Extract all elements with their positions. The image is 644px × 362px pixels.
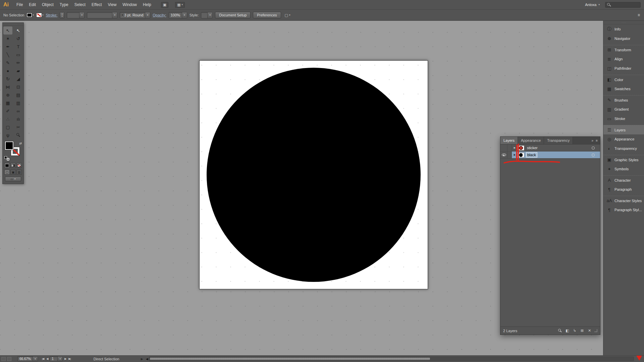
- artboard-tool[interactable]: ▢: [3, 123, 13, 131]
- chevron-down-icon[interactable]: ▾: [182, 12, 187, 18]
- dock-item-gradient[interactable]: ▥ Gradient: [603, 105, 644, 114]
- opacity-panel-link[interactable]: Opacity:: [153, 13, 166, 17]
- stepper-down-icon[interactable]: ▾: [62, 15, 63, 17]
- brush-definition-select[interactable]: • 3 pt. Round ▾: [120, 12, 150, 18]
- hand-tool[interactable]: ψ: [3, 131, 13, 139]
- clipping-mask-button[interactable]: ◧: [564, 328, 571, 334]
- layer-thumbnail[interactable]: [518, 153, 524, 158]
- menu-item[interactable]: View: [105, 0, 120, 9]
- stepper-up-icon[interactable]: ▴: [62, 13, 63, 15]
- search-input[interactable]: [612, 2, 639, 7]
- zoom-select[interactable]: 66.67% ▾: [17, 356, 38, 361]
- blend-tool[interactable]: ∞: [13, 107, 23, 115]
- first-artboard-button[interactable]: |◀: [41, 357, 45, 360]
- rectangle-tool[interactable]: ▭: [13, 51, 23, 59]
- target-circle-icon[interactable]: [592, 146, 595, 149]
- dock-item-transform[interactable]: ⊞ Transform: [603, 45, 644, 54]
- resize-grip[interactable]: [594, 329, 597, 332]
- dock-item-swatches[interactable]: ▦ Swatches: [603, 84, 644, 94]
- width-profile-select[interactable]: ▾: [87, 12, 117, 18]
- menu-item[interactable]: Effect: [89, 0, 105, 9]
- arrange-documents-button[interactable]: ▦ ▾: [175, 2, 185, 8]
- dock-item-color[interactable]: ◧ Color: [603, 75, 644, 84]
- symbol-sprayer-tool[interactable]: ∴: [3, 115, 13, 123]
- dock-item-navigator[interactable]: ☸ Navigator: [603, 34, 644, 43]
- mesh-tool[interactable]: ▦: [3, 99, 13, 107]
- blob-brush-tool[interactable]: ●: [3, 67, 13, 75]
- visibility-toggle[interactable]: [500, 144, 507, 151]
- zoom-tool[interactable]: [13, 131, 23, 139]
- chevron-down-icon[interactable]: ▾: [145, 12, 150, 18]
- menu-item[interactable]: Edit: [26, 0, 39, 9]
- horizontal-scrollbar[interactable]: ◀: [146, 357, 634, 361]
- dock-item-transparency[interactable]: ◐ Transparency: [603, 144, 644, 153]
- none-button[interactable]: [16, 163, 22, 168]
- menu-item[interactable]: Type: [57, 0, 71, 9]
- selection-tool[interactable]: ↖: [3, 26, 12, 35]
- expand-arrow-icon[interactable]: ▶: [513, 146, 517, 149]
- scrollbar-thumb[interactable]: [150, 357, 431, 360]
- tab-transparency[interactable]: Transparency: [544, 137, 573, 144]
- delete-selection-button[interactable]: ✕: [586, 328, 593, 334]
- fill-color-swatch[interactable]: [26, 13, 32, 17]
- layer-row-sticker[interactable]: ▶ sticker: [500, 144, 600, 152]
- column-graph-tool[interactable]: ılı: [13, 115, 23, 123]
- canvas[interactable]: ↖ ↖ ✶ ↺ ✒ T: [0, 21, 603, 355]
- menu-item[interactable]: Help: [140, 0, 154, 9]
- document-setup-button[interactable]: Document Setup: [215, 12, 251, 18]
- width-tool[interactable]: ⋈: [3, 83, 13, 91]
- chevron-down-icon[interactable]: ▾: [33, 357, 38, 361]
- dock-item-pathfinder[interactable]: ◫ Pathfinder: [603, 64, 644, 73]
- pencil-tool[interactable]: ✏: [13, 59, 23, 67]
- scroll-left-icon[interactable]: ◀: [146, 357, 148, 361]
- stroke-weight-select[interactable]: ▾: [67, 12, 85, 18]
- visibility-toggle[interactable]: [500, 152, 507, 158]
- select-similar-button[interactable]: ▢ ▾: [285, 13, 290, 17]
- dock-item-align[interactable]: ≣ Align: [603, 54, 644, 64]
- dock-item-character[interactable]: A Character: [603, 175, 644, 185]
- workspace-switcher[interactable]: Antoxa ▾: [585, 3, 600, 7]
- opacity-select[interactable]: 100% ▾: [169, 12, 187, 18]
- menu-item[interactable]: File: [13, 0, 26, 9]
- gradient-button[interactable]: [10, 163, 16, 168]
- search-box[interactable]: [605, 2, 641, 8]
- chevron-down-icon[interactable]: ▾: [112, 12, 117, 18]
- menu-item[interactable]: Object: [39, 0, 57, 9]
- slice-tool[interactable]: ✂: [13, 123, 23, 131]
- menu-item[interactable]: Select: [71, 0, 89, 9]
- layer-name[interactable]: sticker: [526, 146, 539, 150]
- screen-mode-button[interactable]: ▭ ▾: [5, 177, 21, 181]
- fill-color-swatch[interactable]: [5, 141, 13, 150]
- status-left-icon-1[interactable]: [1, 357, 6, 361]
- dock-item-appearance[interactable]: ◎ Appearance: [603, 134, 644, 144]
- dock-item-character-styles[interactable]: aA Character Styles: [603, 196, 644, 205]
- status-expand-icon[interactable]: ▶: [141, 357, 143, 361]
- stroke-color-control[interactable]: ▾: [36, 13, 44, 17]
- dock-item-paragraph[interactable]: ¶ Paragraph: [603, 185, 644, 194]
- tab-layers[interactable]: Layers: [500, 137, 518, 144]
- rotate-tool[interactable]: ↻: [3, 75, 13, 83]
- pen-tool[interactable]: ✒: [3, 43, 13, 51]
- stroke-weight-stepper[interactable]: ▴ ▾: [60, 12, 64, 18]
- dock-item-symbols[interactable]: ✦ Symbols: [603, 164, 644, 174]
- expand-arrow-icon[interactable]: ▶: [513, 154, 517, 156]
- lock-toggle[interactable]: [507, 144, 512, 151]
- stroke-panel-link[interactable]: Stroke:: [46, 13, 57, 17]
- status-left-icon-2[interactable]: [7, 357, 11, 361]
- chevron-down-icon[interactable]: ▾: [42, 14, 44, 16]
- layer-row-black[interactable]: ▶ black: [500, 152, 600, 159]
- dock-item-stroke[interactable]: ▭ Stroke: [603, 114, 644, 123]
- gradient-tool[interactable]: ▥: [13, 99, 23, 107]
- direct-selection-tool[interactable]: ↖: [13, 26, 23, 35]
- swap-colors-icon[interactable]: ⇄: [19, 142, 22, 145]
- preferences-button[interactable]: Preferences: [253, 12, 281, 18]
- eraser-tool[interactable]: ▰: [13, 67, 23, 75]
- default-colors-icon[interactable]: [4, 156, 9, 161]
- lock-toggle[interactable]: [507, 152, 512, 158]
- new-layer-button[interactable]: ⊞: [579, 328, 585, 334]
- dock-item-paragraph-styles[interactable]: ¶ Paragraph Styl...: [603, 205, 644, 215]
- perspective-grid-tool[interactable]: ▤: [13, 91, 23, 99]
- menu-item[interactable]: Window: [119, 0, 140, 9]
- draw-normal-button[interactable]: ▢: [4, 170, 10, 175]
- scrollbar-track[interactable]: [149, 357, 634, 361]
